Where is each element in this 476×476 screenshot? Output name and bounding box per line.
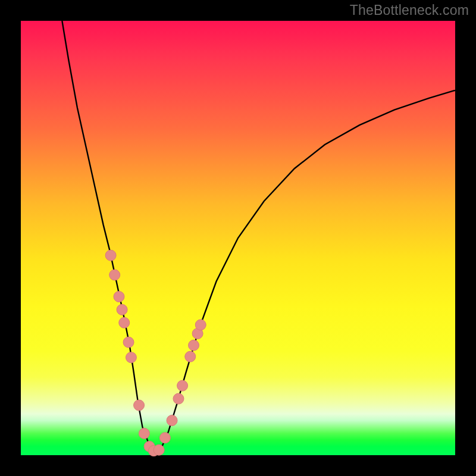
data-point xyxy=(177,380,188,391)
data-point xyxy=(195,320,206,330)
data-point xyxy=(159,433,170,443)
data-point xyxy=(126,352,136,363)
data-point xyxy=(185,351,196,362)
data-point xyxy=(123,337,134,347)
data-point xyxy=(189,340,199,350)
data-point xyxy=(139,428,149,439)
chart-svg xyxy=(21,21,455,455)
chart-frame: TheBottleneck.com xyxy=(0,0,476,476)
data-point xyxy=(134,400,145,411)
watermark-text: TheBottleneck.com xyxy=(350,2,469,18)
data-point xyxy=(119,317,130,328)
data-point xyxy=(109,270,120,280)
bottleneck-curve xyxy=(62,21,455,452)
data-point xyxy=(117,304,127,315)
data-point xyxy=(154,444,164,455)
chart-plot-area xyxy=(21,21,455,455)
data-point xyxy=(173,393,184,404)
data-point xyxy=(167,415,177,426)
data-point xyxy=(105,250,116,261)
data-point xyxy=(114,292,124,302)
data-markers xyxy=(105,250,206,456)
